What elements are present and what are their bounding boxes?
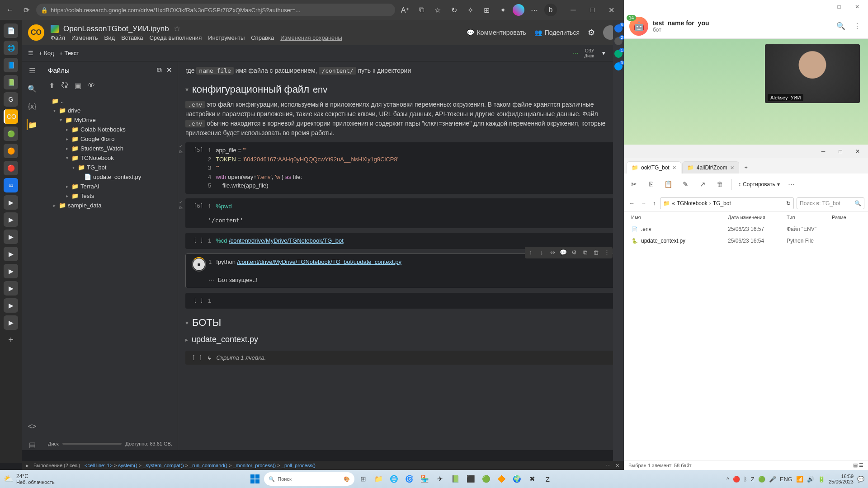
hide-icon[interactable]: 👁 <box>88 81 95 90</box>
menu-tools[interactable]: Инструменты <box>208 34 245 41</box>
taskbar-app[interactable]: 🌐 <box>387 472 401 486</box>
search-icon[interactable]: 🔍 <box>835 22 847 30</box>
maximize-icon[interactable]: □ <box>832 146 849 157</box>
tree-folder[interactable]: ▾📁TGNotebook <box>45 153 175 163</box>
tree-folder[interactable]: ▾📁TG_bot <box>45 163 175 172</box>
taskbar-app[interactable]: 🟢 <box>479 472 493 486</box>
colab-logo-icon[interactable]: CO <box>28 24 44 41</box>
colab-chat-strip[interactable]: 6 2 1 3 <box>613 20 624 461</box>
tab-item[interactable]: 📗 <box>4 75 18 89</box>
star-icon[interactable]: ☆ <box>174 24 180 33</box>
tray-icon[interactable]: 🔴 <box>733 476 740 483</box>
tab-item[interactable]: 📘 <box>4 58 18 72</box>
up-icon[interactable]: ↑ <box>651 200 657 206</box>
taskbar-app[interactable]: ⊞ <box>356 472 370 486</box>
new-tab-button[interactable]: + <box>740 162 752 174</box>
mirror-icon[interactable]: ⧉ <box>580 248 590 258</box>
add-text-button[interactable]: + Текст <box>59 50 79 56</box>
start-button[interactable] <box>248 472 262 486</box>
new-window-icon[interactable]: ⧉ <box>157 66 162 74</box>
taskbar-app[interactable]: ✈ <box>433 472 447 486</box>
new-tab-button[interactable]: + <box>4 333 18 347</box>
mount-drive-icon[interactable]: ▣ <box>75 81 81 90</box>
explorer-tab-active[interactable]: 📁ook\TG_bot✕ <box>627 161 681 174</box>
notebook-area[interactable]: где name_file имя файла с расширением, /… <box>178 61 624 450</box>
notifications-icon[interactable]: 💬 <box>857 476 864 483</box>
list-view-icon[interactable]: ▤ <box>853 462 858 468</box>
tab-item-active[interactable]: CO <box>4 109 18 124</box>
close-icon[interactable]: ✕ <box>849 1 865 12</box>
expand-icon[interactable]: ▸ <box>26 463 29 469</box>
more-icon[interactable]: ⋯ <box>786 179 797 190</box>
search-icon[interactable]: 🔍 <box>27 83 38 94</box>
section-subheading[interactable]: ▸update_context.py <box>185 335 617 344</box>
command-icon[interactable]: ▤ <box>27 439 38 450</box>
paste-icon[interactable]: 📋 <box>663 179 674 190</box>
tree-folder[interactable]: ▸📁Colab Notebooks <box>45 125 175 134</box>
tree-file[interactable]: 📄update_context.py <box>45 172 175 182</box>
share-button[interactable]: 👥Поделиться <box>534 29 580 36</box>
sync-icon[interactable]: ↻ <box>448 4 460 16</box>
more-cell-icon[interactable]: ⋮ <box>602 248 612 258</box>
code-cell-running[interactable]: ↑ ↓ ⇔ 💬 ⚙ ⧉ 🗑 ⋮ ■ 1!python /content/driv… <box>185 253 617 288</box>
tab-item[interactable]: ▶ <box>4 298 18 313</box>
tab-item[interactable]: 🔴 <box>4 161 18 175</box>
volume-icon[interactable]: 🔊 <box>807 476 814 483</box>
tree-folder[interactable]: ▸📁Tests <box>45 191 175 201</box>
tree-folder[interactable]: ▾📁drive <box>45 106 175 115</box>
link-icon[interactable]: ⇔ <box>547 248 557 258</box>
close-tab-icon[interactable]: ✕ <box>672 165 676 171</box>
settings-icon[interactable]: ⚙ <box>569 248 579 258</box>
upload-icon[interactable]: ⬆ <box>49 81 55 90</box>
wifi-icon[interactable]: 📶 <box>796 476 803 483</box>
toc-icon[interactable]: ☰ <box>27 65 38 76</box>
status-close-icon[interactable]: ✕ <box>615 463 619 469</box>
menu-view[interactable]: Вид <box>104 34 115 41</box>
refresh-icon[interactable]: ↻ <box>786 200 791 206</box>
tab-item[interactable]: G <box>4 92 18 107</box>
terminal-icon[interactable]: <> <box>27 421 38 432</box>
taskbar-app[interactable]: 🏪 <box>418 472 431 486</box>
star-icon[interactable]: ☆ <box>431 4 444 16</box>
stop-button[interactable]: ■ <box>193 258 205 270</box>
tab-item[interactable]: ▶ <box>4 281 18 296</box>
taskbar-app[interactable]: 🔶 <box>495 472 508 486</box>
mic-icon[interactable]: 🎤 <box>769 476 776 483</box>
video-pip[interactable]: Aleksey_УИИ <box>765 44 860 103</box>
menu-edit[interactable]: Изменить <box>71 34 98 41</box>
breadcrumb-path[interactable]: 📁« TGNotebook›TG_bot ↻ <box>660 197 794 209</box>
collections-icon[interactable]: ⊞ <box>480 4 493 16</box>
language-indicator[interactable]: ENG <box>780 476 793 483</box>
stack-trace[interactable]: <cell line: 1> > system() > _system_comp… <box>85 463 316 468</box>
clock[interactable]: 16:59 25/06/2023 <box>829 474 854 484</box>
sort-dropdown[interactable]: ↕ Сортировать ▾ <box>738 181 780 188</box>
comment-button[interactable]: 💬Комментировать <box>467 29 526 36</box>
profile-avatar[interactable] <box>513 4 524 16</box>
tab-item[interactable]: ▶ <box>4 315 18 330</box>
menu-toggle-icon[interactable]: ☰ <box>28 50 33 56</box>
taskbar-app[interactable]: ⬛ <box>464 472 477 486</box>
tree-folder[interactable]: ▸📁TerraAI <box>45 182 175 191</box>
hidden-cell-row[interactable]: [ ] ↳Скрыта 1 ячейка. <box>185 351 617 365</box>
code-cell[interactable]: [ ] 1 <box>185 293 617 309</box>
gear-icon[interactable]: ⚙ <box>588 28 595 38</box>
cut-icon[interactable]: ✂ <box>628 179 639 190</box>
tab-item[interactable]: ▶ <box>4 230 18 244</box>
forward-icon[interactable]: → <box>639 200 648 206</box>
tab-item[interactable]: ▶ <box>4 264 18 278</box>
taskbar-app[interactable]: Z <box>541 472 554 486</box>
bluetooth-icon[interactable]: ᛒ <box>744 476 747 483</box>
tab-item[interactable]: 🟠 <box>4 144 18 158</box>
taskbar-app[interactable]: 📗 <box>448 472 462 486</box>
close-panel-icon[interactable]: ✕ <box>166 66 172 74</box>
menu-runtime[interactable]: Среда выполнения <box>149 34 202 41</box>
column-headers[interactable]: Имя Дата изменения Тип Разме <box>624 211 868 223</box>
section-heading[interactable]: ▾конфигурационный файл env <box>185 84 617 95</box>
add-code-button[interactable]: + Код <box>39 50 54 56</box>
url-input[interactable]: 🔒 https://colab.research.google.com/driv… <box>36 4 395 16</box>
tab-item[interactable]: 🌐 <box>4 41 18 55</box>
menu-insert[interactable]: Вставка <box>121 34 143 41</box>
tree-up[interactable]: 📁.. <box>45 96 175 106</box>
tray-icon[interactable]: Z <box>751 476 755 483</box>
back-icon[interactable]: ← <box>627 200 637 206</box>
